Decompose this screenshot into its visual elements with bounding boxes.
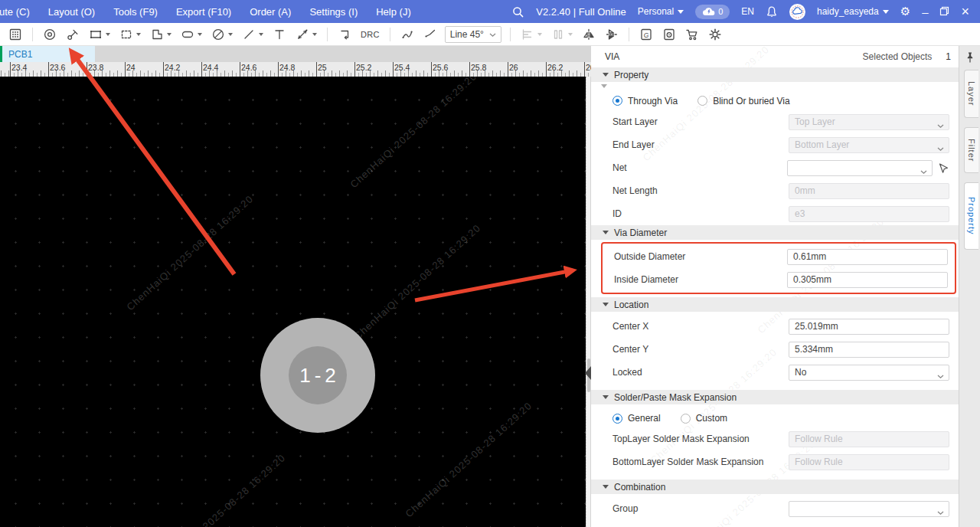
pad-tool[interactable]	[64, 25, 82, 44]
corner-mode-tool[interactable]	[421, 25, 439, 44]
polygon-icon	[150, 28, 164, 41]
easyeda-window: ute (C)Layout (O)Tools (F9)Export (F10)O…	[0, 0, 980, 527]
avatar[interactable]	[789, 4, 805, 20]
radio-label: General	[628, 413, 661, 424]
menu-tools-f9[interactable]: Tools (F9)	[113, 6, 158, 18]
rect-tool[interactable]	[87, 25, 113, 44]
property-row-end-layer: End LayerBottom Layer	[591, 133, 959, 156]
id-label: ID	[612, 208, 789, 219]
minimize-button[interactable]: –	[922, 6, 928, 18]
radio-general[interactable]: General	[612, 413, 661, 424]
polygon-tool[interactable]	[148, 25, 174, 44]
section-header-combination[interactable]: Combination	[591, 480, 959, 494]
side-tab-layer[interactable]: Layer	[964, 70, 978, 118]
pcb-toolbar: DRCLine 45°G	[0, 23, 980, 46]
toolbar-settings-button[interactable]	[706, 25, 724, 44]
center-y-input[interactable]: 5.334mm	[789, 342, 949, 358]
doc-export-icon	[662, 28, 676, 41]
ruler-label-24-2: 24.2	[165, 63, 180, 72]
text-tool[interactable]	[270, 25, 289, 44]
side-tab-property[interactable]: Property	[964, 182, 978, 250]
net-select[interactable]	[787, 160, 933, 176]
drc-button[interactable]: DRC	[358, 25, 382, 44]
canvas-grid-tool[interactable]	[6, 25, 24, 44]
radio-through-via[interactable]: Through Via	[612, 96, 678, 106]
keepout-tool[interactable]	[209, 25, 235, 44]
locked-select[interactable]: No	[789, 365, 949, 381]
flip-vertical-tool[interactable]	[603, 25, 621, 44]
order-cart-button[interactable]	[683, 25, 701, 44]
start-layer-select: Top Layer	[789, 114, 949, 130]
section-header-location[interactable]: Location	[591, 297, 959, 312]
side-tab-filter[interactable]: Filter	[964, 127, 978, 173]
close-button[interactable]: ×	[961, 5, 969, 18]
restore-button[interactable]	[939, 6, 949, 18]
cloud-sync-badge[interactable]: 0	[695, 5, 730, 19]
trace-tool[interactable]	[398, 25, 416, 44]
property-row-id: IDe3	[591, 202, 959, 225]
version-label: V2.2.40 | Full Online	[536, 6, 626, 18]
gerber-doc-button[interactable]: G	[637, 25, 655, 44]
menu-layout-o[interactable]: Layout (O)	[48, 6, 95, 18]
notification-bell-icon[interactable]	[766, 5, 778, 18]
sub-collapse-caret-icon	[601, 84, 607, 88]
ruler-label-24-6: 24.6	[241, 63, 256, 72]
panel-resize-gutter[interactable]	[586, 77, 591, 527]
pcb-canvas[interactable]: 1-2 ChenHaiQi 2025-08-28 16:29:20ChenHai…	[0, 77, 586, 527]
radio-blind-or-buried-via[interactable]: Blind Or buried Via	[697, 96, 790, 106]
pin-panel-icon[interactable]	[965, 51, 975, 65]
account-type-dropdown[interactable]: Personal	[638, 6, 684, 17]
route-entry-tool[interactable]	[335, 25, 354, 44]
radio-custom[interactable]: Custom	[681, 413, 727, 424]
username-dropdown[interactable]: haidy_easyeda	[817, 6, 889, 17]
doc-g-icon: G	[639, 28, 653, 41]
chevron-down-icon	[678, 10, 684, 14]
via-tool[interactable]	[41, 25, 59, 44]
menu-settings-i[interactable]: Settings (I)	[309, 6, 358, 18]
distribute-tool	[549, 25, 575, 44]
net-picker-icon[interactable]	[936, 162, 949, 174]
language-button[interactable]: EN	[741, 6, 754, 17]
end-layer-label: End Layer	[612, 139, 789, 150]
ruler-label-26-4: 26.4	[586, 63, 591, 72]
chevron-down-icon	[920, 166, 927, 177]
via-object[interactable]: 1-2	[260, 318, 375, 433]
menu-export-f10[interactable]: Export (F10)	[176, 6, 231, 18]
line-mode-select[interactable]: Line 45°	[445, 26, 501, 43]
ruler-label-25-4: 25.4	[394, 63, 410, 72]
export-doc-button[interactable]	[660, 25, 678, 44]
menu-bar: ute (C)Layout (O)Tools (F9)Export (F10)O…	[0, 6, 411, 18]
outside-diameter-input[interactable]: 0.61mm	[787, 249, 948, 265]
section-header-solder-paste-mask-expansion[interactable]: Solder/Paste Mask Expansion	[591, 390, 959, 404]
tab-pcb1[interactable]: PCB1	[0, 46, 95, 62]
dimension-tool[interactable]	[293, 25, 319, 44]
group-select[interactable]	[789, 501, 949, 517]
dimension-tool-dropdown-arrow-icon	[312, 33, 317, 36]
menu-help-j[interactable]: Help (J)	[376, 6, 411, 18]
inside-diameter-input[interactable]: 0.305mm	[787, 272, 948, 288]
chevron-down-icon	[937, 507, 944, 518]
toolbar-separator	[327, 28, 328, 41]
section-collapse-caret-icon	[603, 395, 609, 399]
section-header-property[interactable]: Property	[591, 67, 959, 82]
flip-horizontal-tool[interactable]	[580, 25, 598, 44]
center-x-input[interactable]: 25.019mm	[789, 319, 949, 335]
rect-icon	[89, 28, 103, 41]
search-icon[interactable]	[511, 5, 524, 18]
line-tool[interactable]	[240, 25, 266, 44]
menu-ute-c[interactable]: ute (C)	[0, 6, 30, 18]
selection-tool[interactable]	[117, 25, 143, 44]
section-header-via-diameter[interactable]: Via Diameter	[591, 225, 959, 240]
menu-order-a[interactable]: Order (A)	[250, 6, 291, 18]
watermark: ChenHaiQi 2025-08-28 16:29:20	[156, 452, 287, 527]
property-row-center-y: Center Y5.334mm	[591, 338, 959, 361]
oval-tool[interactable]	[178, 25, 204, 44]
ruler-label-23-8: 23.8	[88, 63, 103, 72]
radio-group-mask-expansion-mode: GeneralCustom	[591, 404, 959, 427]
settings-gear-icon[interactable]: ⚙	[900, 5, 910, 18]
align-tool-dropdown-arrow-icon	[537, 33, 542, 36]
center-x-value: 25.019mm	[795, 321, 838, 332]
center-y-value: 5.334mm	[795, 344, 833, 355]
line-mode-select-chevron-icon	[489, 29, 496, 40]
panel-collapse-handle[interactable]	[585, 366, 591, 380]
